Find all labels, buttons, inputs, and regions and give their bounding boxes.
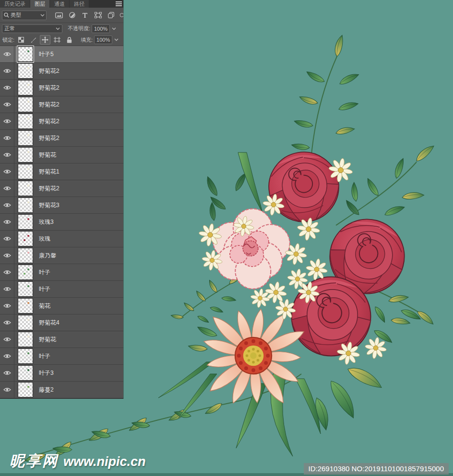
filter-type-layers-button[interactable] xyxy=(80,11,90,20)
visibility-toggle[interactable] xyxy=(0,96,14,113)
layer-row[interactable]: 野菊花2 xyxy=(0,113,123,130)
visibility-toggle[interactable] xyxy=(0,147,14,163)
lock-image-pixels-button[interactable] xyxy=(28,35,38,45)
layer-row[interactable]: 玫瑰3 xyxy=(0,214,123,231)
layer-name: 野菊花2 xyxy=(39,117,60,126)
visibility-toggle[interactable] xyxy=(0,298,14,314)
visibility-toggle[interactable] xyxy=(0,63,14,79)
layer-row[interactable]: 野菊花 xyxy=(0,147,123,163)
panel-tab-active[interactable]: 图层 xyxy=(30,0,49,8)
visibility-toggle[interactable] xyxy=(0,365,14,381)
layer-thumbnail[interactable] xyxy=(18,348,33,364)
layer-thumbnail[interactable] xyxy=(18,46,33,62)
layer-row[interactable]: 康乃馨 xyxy=(0,247,123,264)
visibility-toggle[interactable] xyxy=(0,247,14,264)
thumbnail-speck xyxy=(27,336,29,337)
layer-thumbnail[interactable] xyxy=(18,281,33,297)
layer-row[interactable]: 野菊花3 xyxy=(0,197,123,214)
layer-row[interactable]: 野菊花1 xyxy=(0,163,123,180)
visibility-toggle[interactable] xyxy=(0,231,14,247)
thumbnail-speck xyxy=(27,117,29,119)
layer-row[interactable]: 野菊花2 xyxy=(0,130,123,147)
layer-thumbnail[interactable] xyxy=(18,181,33,196)
layer-thumbnail[interactable] xyxy=(18,298,33,313)
eye-icon xyxy=(3,69,11,73)
layer-filter-kind-select[interactable]: 类型 xyxy=(2,11,47,20)
lock-transparent-pixels-button[interactable] xyxy=(16,35,26,45)
search-icon xyxy=(4,12,9,18)
visibility-toggle[interactable] xyxy=(0,80,14,96)
layer-row[interactable]: 叶子3 xyxy=(0,365,123,382)
visibility-toggle[interactable] xyxy=(0,180,14,197)
visibility-toggle[interactable] xyxy=(0,348,14,364)
visibility-toggle[interactable] xyxy=(0,113,14,129)
filter-shape-layers-button[interactable] xyxy=(93,11,103,20)
layer-thumbnail[interactable] xyxy=(18,231,33,246)
layer-thumbnail[interactable] xyxy=(18,365,33,381)
type-layer-icon xyxy=(82,12,88,18)
layer-row[interactable]: 野菊花 xyxy=(0,331,123,348)
move-icon xyxy=(42,36,48,43)
visibility-toggle[interactable] xyxy=(0,46,14,62)
visibility-toggle[interactable] xyxy=(0,197,14,213)
layer-row[interactable]: 野菊花2 xyxy=(0,80,123,96)
layer-row[interactable]: 叶子 xyxy=(0,281,123,298)
layer-thumbnail[interactable] xyxy=(18,214,33,230)
layer-thumbnail[interactable] xyxy=(18,80,33,95)
panel-menu-icon[interactable] xyxy=(116,1,122,6)
layer-row[interactable]: 叶子 xyxy=(0,348,123,365)
layer-row[interactable]: 叶子 xyxy=(0,264,123,281)
filter-adjustment-layers-button[interactable] xyxy=(67,11,77,20)
layer-row[interactable]: 叶子5 xyxy=(0,46,123,63)
layer-thumbnail[interactable] xyxy=(18,97,33,112)
layer-thumbnail[interactable] xyxy=(18,382,33,397)
visibility-toggle[interactable] xyxy=(0,314,14,331)
layer-row[interactable]: 野菊花4 xyxy=(0,314,123,331)
layer-row[interactable]: 野菊花2 xyxy=(0,180,123,197)
layer-row[interactable]: 玫瑰 xyxy=(0,231,123,247)
layer-thumbnail[interactable] xyxy=(18,164,33,179)
watermark: 昵享网 www.nipic.cn xyxy=(10,451,146,471)
layer-thumbnail[interactable] xyxy=(18,114,33,129)
layer-thumbnail[interactable] xyxy=(18,248,33,263)
filter-smart-objects-button[interactable] xyxy=(106,11,116,20)
layer-thumbnail[interactable] xyxy=(18,315,33,330)
blend-mode-select[interactable]: 正常 xyxy=(2,24,62,33)
layer-row[interactable]: 菊花 xyxy=(0,298,123,314)
filter-pixel-layers-button[interactable] xyxy=(54,11,64,20)
layer-row[interactable]: 野菊花2 xyxy=(0,96,123,113)
lock-all-button[interactable] xyxy=(64,35,74,45)
fill-chevron[interactable] xyxy=(113,35,119,44)
panel-tab-inactive[interactable]: 路径 xyxy=(70,0,89,8)
eye-icon xyxy=(3,253,11,258)
eye-icon xyxy=(3,169,11,174)
layer-thumbnail[interactable] xyxy=(18,332,33,347)
layer-name: 叶子 xyxy=(39,268,50,277)
thumbnail-speck xyxy=(27,185,29,186)
panel-tab-inactive[interactable]: 历史记录 xyxy=(0,0,30,8)
layer-thumbnail[interactable] xyxy=(18,147,33,163)
layer-thumbnail[interactable] xyxy=(18,63,33,79)
layer-name: 叶子 xyxy=(39,352,50,360)
opacity-chevron[interactable] xyxy=(111,24,117,33)
layer-thumbnail[interactable] xyxy=(18,197,33,213)
visibility-toggle[interactable] xyxy=(0,163,14,180)
visibility-toggle[interactable] xyxy=(0,214,14,230)
opacity-input[interactable]: 100% xyxy=(92,24,110,33)
panel-tab-inactive[interactable]: 通道 xyxy=(50,0,69,8)
visibility-toggle[interactable] xyxy=(0,281,14,297)
visibility-toggle[interactable] xyxy=(0,130,14,146)
lock-artboard-button[interactable] xyxy=(52,35,62,45)
fill-input[interactable]: 100% xyxy=(94,35,112,44)
lock-position-button[interactable] xyxy=(40,35,50,45)
filter-clipped-button[interactable] xyxy=(119,11,123,20)
visibility-toggle[interactable] xyxy=(0,331,14,348)
eye-icon xyxy=(3,136,11,140)
layer-row[interactable]: 藤蔓2 xyxy=(0,382,123,398)
layer-thumbnail[interactable] xyxy=(18,265,33,280)
layer-thumbnail[interactable] xyxy=(18,130,33,146)
visibility-toggle[interactable] xyxy=(0,382,14,398)
visibility-toggle[interactable] xyxy=(0,264,14,280)
eye-icon xyxy=(3,85,11,90)
layer-row[interactable]: 野菊花2 xyxy=(0,63,123,80)
